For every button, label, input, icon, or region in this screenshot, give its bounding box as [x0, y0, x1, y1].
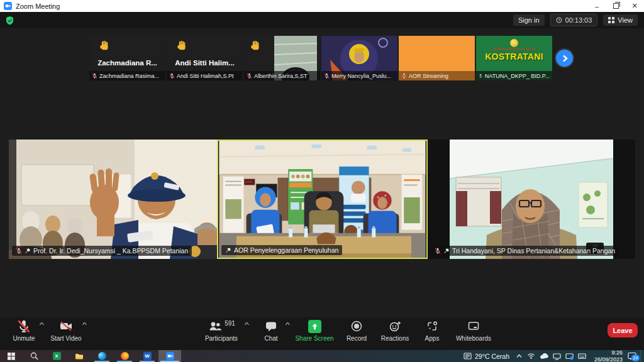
video-tile-label: AOR Penyelenggaraan Penyuluhan [221, 245, 342, 255]
raised-hand-icon [177, 40, 187, 51]
participant-name: Andi Sitti Halim... [167, 59, 243, 67]
participants-button[interactable]: 591 Participants [195, 319, 248, 342]
chat-options-caret[interactable]: ^ [286, 322, 290, 329]
video-scene [9, 140, 217, 259]
minimize-button[interactable]: – [587, 0, 606, 12]
video-tile-aor[interactable]: AOR Penyelenggaraan Penyuluhan [217, 140, 428, 259]
taskbar-zoom-button[interactable] [158, 350, 181, 362]
muted-mic-icon [16, 248, 22, 254]
sign-in-button[interactable]: Sign in [513, 14, 545, 26]
participant-label: Zachmadiana Rasima... [89, 71, 165, 80]
audio-options-caret[interactable]: ^ [40, 322, 44, 329]
taskbar-search-button[interactable] [23, 350, 45, 362]
video-scene [218, 141, 426, 258]
window-title: Zoom Meeting [16, 3, 587, 10]
muted-mic-icon [479, 73, 483, 79]
ministry-logo-icon [510, 39, 518, 47]
participant-name: Zachmadiana R... [89, 59, 165, 67]
network-status-icon[interactable] [565, 353, 574, 360]
firefox-icon [121, 352, 129, 360]
banner-small-text: KEMENTERIAN PERTANIAN [476, 48, 552, 51]
muted-video-icon [58, 319, 74, 333]
video-tile-label: Tri Handayani, SP Dinas Pertanian&Ketaha… [431, 246, 619, 256]
reactions-icon [388, 319, 402, 333]
participants-options-caret[interactable]: ^ [245, 322, 249, 329]
muted-mic-icon [324, 73, 330, 79]
participant-thumbnail[interactable]: Merry Nancylia_Puslu... [321, 36, 397, 80]
pin-icon [25, 248, 31, 254]
clock-icon [556, 17, 562, 23]
participant-label: Andi Sitti Halimah,S.Pt [167, 71, 243, 80]
whiteboards-button[interactable]: Whiteboards [447, 319, 500, 342]
participant-label: Merry Nancylia_Puslu... [321, 71, 397, 80]
start-button[interactable] [0, 350, 23, 362]
file-explorer-icon [75, 352, 84, 360]
next-page-arrow-button[interactable] [556, 50, 573, 67]
zoom-icon [166, 352, 174, 360]
meeting-topbar: Sign in 00:13:03 View [0, 12, 644, 28]
touch-keyboard-icon[interactable] [578, 353, 586, 359]
leave-button[interactable]: Leave [608, 323, 638, 337]
edge-icon [98, 352, 106, 360]
pin-icon [225, 247, 231, 253]
pin-icon [443, 248, 450, 254]
participant-label: AOR Streaming [399, 71, 475, 80]
apps-icon [425, 319, 439, 333]
participant-thumbnail[interactable]: Alberthin Sarira,S,ST [244, 36, 320, 80]
banner-title: KOSTRATANI [476, 52, 552, 62]
view-button[interactable]: View [603, 14, 638, 26]
zoom-meeting-window: Zoom Meeting – ✕ Sign in 00:13:03 View [0, 0, 644, 362]
chat-icon [264, 319, 278, 333]
taskbar-edge-button[interactable] [91, 350, 113, 362]
taskbar-word-button[interactable]: W [136, 350, 158, 362]
zoom-app-icon [4, 2, 12, 10]
window-titlebar: Zoom Meeting – ✕ [0, 0, 644, 12]
raised-hand-icon [250, 40, 261, 51]
taskbar-file-explorer-button[interactable] [68, 350, 91, 362]
onedrive-cloud-icon[interactable] [540, 353, 548, 359]
windows-taskbar: X W 29°C Cerah [0, 350, 644, 362]
muted-mic-icon [17, 319, 31, 333]
participant-thumbnail[interactable]: Andi Sitti Halim... Andi Sitti Halimah,S… [167, 36, 243, 80]
search-icon [30, 352, 38, 360]
hidden-icons-chevron[interactable] [516, 353, 523, 359]
close-button[interactable]: ✕ [625, 0, 644, 12]
muted-mic-icon [401, 73, 407, 79]
video-tile-tri[interactable]: Tri Handayani, SP Dinas Pertanian&Ketaha… [428, 140, 635, 259]
taskbar-firefox-button[interactable] [113, 350, 136, 362]
excel-icon: X [53, 352, 61, 360]
participant-thumbnail[interactable]: KEMENTERIAN PERTANIAN KOSTRATANI NATUNA_… [476, 36, 552, 80]
participant-thumbnail[interactable]: Zachmadiana R... Zachmadiana Rasima... [89, 36, 165, 80]
record-icon [350, 319, 364, 333]
muted-mic-icon [169, 73, 175, 79]
participants-icon [208, 319, 223, 333]
show-desktop-button[interactable] [640, 350, 644, 362]
notification-count-badge: 24 [631, 354, 640, 361]
video-options-caret[interactable]: ^ [82, 322, 87, 329]
muted-mic-icon [435, 248, 441, 254]
muted-mic-icon [92, 73, 97, 79]
restore-button[interactable] [606, 0, 625, 12]
raised-hand-icon [99, 40, 110, 51]
video-scene [428, 140, 635, 259]
video-tile-dedi[interactable]: Prof. Dr. Ir. Dedi_Nursyamsi _ Ka.BPPSDM… [9, 140, 217, 259]
taskbar-excel-button[interactable]: X [45, 350, 68, 362]
word-icon: W [143, 352, 152, 360]
participant-label: NATUNA_DKPP_ BID.P... [476, 71, 552, 80]
system-tray [516, 353, 586, 360]
participant-thumbnail[interactable]: AOR Streaming [399, 36, 475, 80]
taskbar-clock[interactable]: 9:26 26/09/2023 [590, 349, 623, 362]
wifi-icon[interactable] [527, 353, 535, 359]
participants-count: 591 [225, 320, 235, 327]
windows-logo-icon [8, 353, 15, 360]
taskbar-weather-widget[interactable]: 29°C Cerah [464, 352, 509, 360]
display-icon[interactable] [553, 353, 561, 360]
action-center-button[interactable]: 24 [628, 351, 638, 361]
chevron-right-icon [560, 54, 569, 63]
grid-view-icon [608, 17, 614, 23]
video-tile-label: Prof. Dr. Ir. Dedi_Nursyamsi _ Ka.BPPSDM… [12, 246, 192, 256]
share-screen-icon [308, 320, 321, 333]
news-icon [464, 352, 472, 360]
whiteboards-icon [467, 319, 480, 333]
security-shield-icon[interactable] [5, 16, 14, 25]
